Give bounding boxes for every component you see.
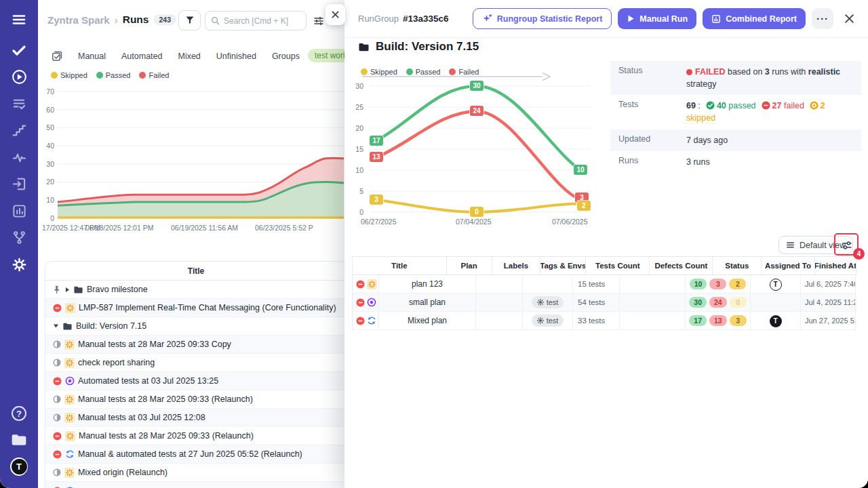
import-icon[interactable] — [10, 175, 28, 192]
column-header[interactable]: Finished At — [815, 257, 856, 274]
list-item[interactable]: Bravo milestone — [45, 281, 347, 299]
list-item[interactable]: Automated tests at 03 Jul 2025 13:25 — [45, 372, 347, 390]
mixed-icon — [367, 316, 376, 325]
rungroup-info: Status FAILED based on 3 runs with reali… — [610, 61, 861, 173]
column-settings-button[interactable] — [312, 14, 326, 28]
search-input[interactable] — [224, 16, 298, 26]
runs-list: Title Bravo milestone LMP-587 Implement … — [45, 261, 347, 488]
tests-count: 54 tests — [573, 293, 620, 311]
tests-row: Tests 69 :40 passed27 failed2 skipped — [610, 95, 861, 129]
tests-check-icon[interactable] — [10, 41, 28, 59]
skipped-pill: 3 — [730, 315, 747, 326]
list-item[interactable]: Mixed origin (Relaunch) — [45, 464, 347, 482]
passed-pill: 30 — [689, 297, 707, 308]
x-tick: 06/23/2025 5:52 P — [255, 224, 313, 232]
passed-pill: 17 — [689, 315, 707, 326]
table-row[interactable]: Mixed plan test 33 tests 17 13 3 T Jun 2… — [353, 312, 856, 330]
progress-icon — [53, 395, 61, 403]
group-runs-table: TitlePlanLabelsTags & EnvsTests CountDef… — [352, 256, 856, 330]
bar-chart-icon — [711, 14, 721, 24]
help-icon[interactable]: ? — [10, 405, 28, 422]
breadcrumb: Zyntra Spark › Runs 243 — [47, 14, 176, 26]
tab[interactable]: Unfinished — [216, 52, 256, 61]
column-header[interactable]: Labels — [492, 257, 541, 274]
labels-cell — [476, 293, 523, 311]
combined-report-button[interactable]: Combined Report — [703, 8, 806, 29]
folder-icon — [62, 322, 73, 331]
runs-tabs: ManualAutomatedMixedUnfinishedGroups — [52, 47, 300, 65]
plan-name: plan 123 — [379, 275, 476, 293]
runs-play-circle-icon[interactable] — [10, 68, 28, 85]
projects-folder-icon[interactable] — [10, 431, 28, 449]
group-title: Build: Version 7.15 — [358, 40, 479, 54]
y-tick: 15 — [347, 144, 363, 154]
menu-icon[interactable] — [10, 11, 28, 28]
tutorial-step-badge: 4 — [853, 248, 865, 260]
tests-count: 15 tests — [573, 275, 620, 293]
sparkle-icon — [64, 394, 75, 405]
select-all-icon[interactable] — [52, 51, 62, 62]
pin-icon — [53, 285, 61, 294]
sparkle-icon — [65, 303, 75, 313]
funnel-icon — [185, 16, 195, 25]
tab[interactable]: Mixed — [178, 52, 200, 61]
play-icon — [627, 14, 635, 23]
list-item[interactable]: Manual tests at 28 Mar 2025 09:33 Copy — [45, 336, 347, 354]
more-actions-button[interactable]: ··· — [812, 8, 833, 29]
failed-pill: 13 — [709, 315, 727, 326]
analytics-pulse-icon[interactable] — [10, 148, 28, 166]
drawer-close-button[interactable] — [840, 9, 859, 28]
column-header[interactable]: Tags & Envs — [540, 257, 586, 274]
column-header[interactable]: Tests Count — [586, 257, 650, 274]
sliders-icon — [842, 240, 852, 251]
tests-count: 33 tests — [573, 312, 620, 329]
list-item[interactable]: LMP-587 Implement Real-Time Chat Messagi… — [45, 299, 347, 317]
passed-pill: 10 — [690, 279, 707, 289]
skipped-dot-icon — [810, 101, 818, 110]
runs-panel: Zyntra Spark › Runs 243 ManualAutomatedM… — [38, 0, 344, 488]
panel-close-button[interactable] — [326, 4, 345, 25]
assigned-cell: T — [751, 275, 801, 293]
steps-icon[interactable] — [10, 121, 28, 139]
column-header[interactable]: Assigned To — [762, 257, 815, 274]
x-tick: 06/18/2025 12:01 PM — [85, 224, 153, 232]
column-header[interactable]: Status — [713, 257, 762, 274]
search-box[interactable] — [205, 11, 307, 30]
tab[interactable]: Manual — [78, 52, 106, 61]
list-item[interactable]: Manual & automated tests at 27 Jun 2025 … — [45, 445, 347, 464]
column-header[interactable]: Plan — [447, 257, 492, 274]
tab[interactable]: Automated — [121, 52, 162, 61]
manual-run-button[interactable]: Manual Run — [618, 8, 696, 29]
run-title: Manual tests at 28 Mar 2025 09:33 Copy — [78, 340, 231, 349]
list-item[interactable]: Manual tests at 03 Jul 2025 12:08 — [45, 409, 347, 427]
column-header[interactable]: Title — [353, 257, 447, 274]
list-item[interactable] — [45, 482, 347, 488]
settings-gear-icon[interactable] — [10, 256, 28, 273]
breadcrumb-project[interactable]: Zyntra Spark — [47, 14, 110, 26]
gear-icon — [537, 317, 544, 324]
branches-icon[interactable] — [10, 228, 28, 246]
group-chart-legend: Skipped Passed Failed — [361, 68, 479, 76]
point-label-skipped: 2 — [577, 201, 591, 211]
table-row[interactable]: plan 123 15 tests 10 3 2 T Jul 6, 2025 7… — [353, 275, 856, 293]
table-row[interactable]: small plan test 54 tests 30 24 0 Jul 4, … — [353, 293, 856, 312]
rungroup-drawer: RunGroup #13a335c6 Rungroup Statistic Re… — [344, 0, 868, 488]
skipped-pill: 0 — [730, 297, 747, 308]
profile-avatar[interactable]: T — [10, 458, 28, 475]
passed-check-icon — [706, 101, 715, 110]
tag-pill: test — [532, 296, 564, 308]
point-label-passed: 30 — [470, 81, 484, 91]
column-header[interactable]: Defects Count — [650, 257, 713, 274]
point-label-passed: 17 — [370, 136, 383, 146]
statistic-report-button[interactable]: Rungroup Statistic Report — [473, 8, 612, 29]
list-item[interactable]: Manual tests at 28 Mar 2025 09:33 (Relau… — [45, 427, 347, 445]
tab[interactable]: Groups — [272, 52, 300, 61]
defects-cell — [620, 275, 686, 293]
failed-dot — [449, 68, 456, 75]
list-item[interactable]: Manual tests at 28 Mar 2025 09:33 (Relau… — [45, 390, 347, 409]
list-item[interactable]: check report sharing — [45, 354, 347, 372]
reports-bar-chart-icon[interactable] — [10, 202, 28, 220]
test-plans-icon[interactable] — [10, 95, 28, 113]
filter-button[interactable] — [178, 10, 201, 30]
list-item[interactable]: Build: Version 7.15 — [45, 317, 347, 336]
